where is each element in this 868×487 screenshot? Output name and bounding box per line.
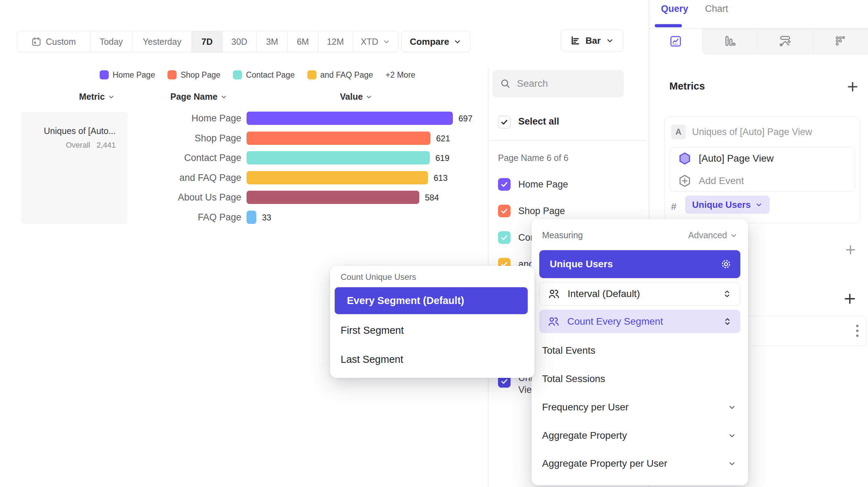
date-range-3m[interactable]: 3M <box>257 31 288 52</box>
report-tab-flows[interactable] <box>758 29 813 54</box>
count-option-last-segment[interactable]: Last Segment <box>341 350 403 369</box>
category-label: Shop Page <box>101 128 241 148</box>
bar-chart-icon <box>570 35 581 46</box>
count-mode-selector[interactable]: Count Every Segment <box>539 310 740 333</box>
active-tab-indicator <box>655 24 682 27</box>
report-tab-funnels[interactable] <box>703 29 758 54</box>
date-range-group: Custom Today Yesterday 7D 30D 3M 6M 12M … <box>17 31 398 52</box>
more-options-button[interactable] <box>856 325 859 337</box>
column-header-label: Metric <box>79 92 105 102</box>
date-range-label: Yesterday <box>143 37 181 47</box>
segment-checkbox[interactable] <box>498 205 511 217</box>
add-metric-button[interactable] <box>846 80 860 94</box>
date-range-today[interactable]: Today <box>90 31 133 52</box>
legend-item[interactable]: Contact Page <box>233 70 294 80</box>
measuring-header: Measuring Advanced <box>542 230 738 240</box>
segment-search <box>492 70 624 97</box>
date-range-12m[interactable]: 12M <box>318 31 353 52</box>
select-all-checkbox[interactable] <box>498 116 511 128</box>
measuring-option-label: Total Events <box>542 345 596 356</box>
segment-checkbox[interactable] <box>498 231 511 244</box>
advanced-dropdown[interactable]: Advanced <box>688 230 738 240</box>
column-header-value[interactable]: Value <box>340 92 372 102</box>
chevron-down-icon <box>383 38 390 45</box>
date-range-label: 7D <box>201 37 213 47</box>
legend-label: and FAQ Page <box>320 70 373 80</box>
count-option-every-segment[interactable]: Every Segment (Default) <box>335 287 528 314</box>
column-header-metric[interactable]: Metric <box>79 92 115 102</box>
tab-query[interactable]: Query <box>661 3 688 14</box>
date-range-30d[interactable]: 30D <box>222 31 257 52</box>
value-label: 619 <box>435 148 449 168</box>
compare-button[interactable]: Compare <box>401 31 470 52</box>
date-range-label: 12M <box>327 37 344 47</box>
value-label: 584 <box>425 188 439 207</box>
add-breakdown-button[interactable] <box>843 292 857 306</box>
report-tab-insights[interactable] <box>649 29 702 54</box>
date-range-xtd[interactable]: XTD <box>353 31 398 52</box>
funnels-icon <box>724 35 736 47</box>
legend-item[interactable]: Shop Page <box>168 70 220 80</box>
measuring-option[interactable]: Aggregate Property <box>542 426 738 445</box>
interval-label: Interval (Default) <box>568 288 640 299</box>
measuring-option[interactable]: Total Sessions <box>542 369 738 389</box>
insights-icon <box>669 35 682 48</box>
measuring-option[interactable]: Frequency per User <box>542 397 738 417</box>
legend-item[interactable]: Home Page <box>100 70 155 80</box>
date-range-7d[interactable]: 7D <box>192 31 222 52</box>
event-row[interactable]: [Auto] Page View <box>670 147 855 170</box>
table-row: About Us Page 584 <box>0 188 490 207</box>
retention-icon <box>834 35 847 47</box>
table-row: and FAQ Page 613 <box>0 168 490 188</box>
stepper-icon[interactable] <box>723 317 732 326</box>
report-type-switcher <box>649 29 868 54</box>
plus-icon <box>845 244 856 256</box>
breakdown-card <box>745 316 867 346</box>
select-all-label[interactable]: Select all <box>518 116 559 127</box>
segment-checkbox[interactable] <box>498 178 511 191</box>
date-range-yesterday[interactable]: Yesterday <box>133 31 192 52</box>
legend-swatch <box>100 70 109 79</box>
plus-icon <box>846 80 859 93</box>
value-label: 621 <box>436 128 450 148</box>
segment-label: Shop Page <box>518 206 565 217</box>
measuring-option[interactable]: Aggregate Property per User <box>542 454 738 473</box>
category-label: Home Page <box>101 108 241 128</box>
gear-icon[interactable] <box>720 258 732 270</box>
column-header-page-name[interactable]: Page Name <box>170 92 227 102</box>
event-hexagon-icon <box>678 151 692 165</box>
legend-more-button[interactable]: +2 More <box>386 70 415 80</box>
measuring-title: Measuring <box>542 230 583 240</box>
count-unique-users-menu: Count Unique Users Every Segment (Defaul… <box>330 266 534 378</box>
legend-label: Contact Page <box>246 70 294 80</box>
date-range-6m[interactable]: 6M <box>288 31 318 52</box>
date-range-custom[interactable]: Custom <box>17 31 90 52</box>
measure-dropdown[interactable]: Unique Users <box>685 196 770 214</box>
legend-label: Shop Page <box>180 70 220 80</box>
legend-item[interactable]: and FAQ Page <box>307 70 373 80</box>
chevron-down-icon <box>220 93 227 100</box>
tab-chart[interactable]: Chart <box>705 3 728 14</box>
add-filter-button[interactable] <box>844 243 858 257</box>
search-icon <box>500 78 511 89</box>
category-label: About Us Page <box>101 188 241 207</box>
measuring-option-unique-users[interactable]: Unique Users <box>539 250 740 278</box>
check-icon <box>500 180 509 189</box>
count-option-first-segment[interactable]: First Segment <box>341 320 404 340</box>
add-event-row[interactable]: Add Event <box>670 170 855 192</box>
metric-card: A Uniques of [Auto] Page View [Auto] Pag… <box>664 117 860 223</box>
table-row: FAQ Page 33 <box>0 207 490 227</box>
date-range-label: XTD <box>361 37 378 47</box>
report-tab-retention[interactable] <box>813 29 868 54</box>
calendar-icon <box>31 36 42 47</box>
add-event-label: Add Event <box>699 175 744 186</box>
count-menu-title: Count Unique Users <box>341 272 416 282</box>
measuring-option[interactable]: Total Events <box>542 341 738 360</box>
table-row: Shop Page 621 <box>0 128 490 148</box>
interval-selector[interactable]: Interval (Default) <box>539 282 740 305</box>
measure-label: Unique Users <box>692 199 751 210</box>
event-card: [Auto] Page View Add Event <box>670 147 855 192</box>
search-input[interactable] <box>517 78 608 89</box>
chart-type-dropdown[interactable]: Bar <box>561 30 624 51</box>
stepper-icon[interactable] <box>723 289 732 298</box>
